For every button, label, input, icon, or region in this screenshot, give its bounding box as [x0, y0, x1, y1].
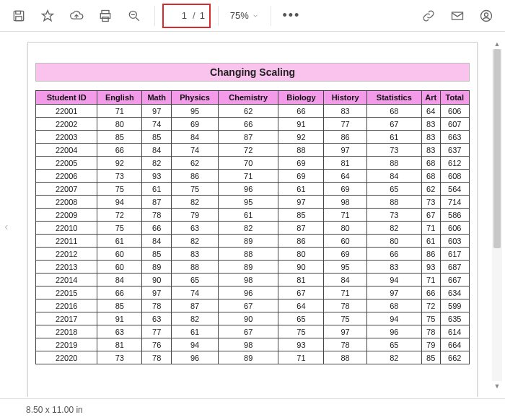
table-cell: 69 — [278, 157, 324, 170]
scroll-down-icon[interactable]: ▼ — [492, 381, 502, 391]
table-cell: 87 — [278, 222, 324, 235]
table-cell: 82 — [172, 312, 219, 325]
table-cell: 82 — [366, 222, 421, 235]
table-cell: 80 — [97, 118, 142, 131]
table-cell: 78 — [324, 338, 366, 351]
table-cell: 87 — [142, 196, 172, 209]
table-cell: 73 — [366, 144, 421, 157]
table-cell: 22011 — [36, 235, 97, 248]
table-cell: 75 — [97, 222, 142, 235]
svg-rect-1 — [16, 11, 21, 14]
scroll-thumb[interactable] — [493, 49, 501, 248]
star-icon[interactable] — [35, 3, 61, 29]
table-header: Math — [142, 91, 172, 105]
table-row: 220198176949893786579664 — [36, 338, 470, 351]
table-cell: 60 — [97, 261, 142, 274]
table-cell: 606 — [440, 105, 469, 118]
table-row: 220067393867169648468608 — [36, 170, 470, 183]
table-cell: 74 — [172, 144, 219, 157]
link-icon[interactable] — [416, 3, 442, 29]
profile-icon[interactable] — [473, 3, 499, 29]
page-total: 1 — [200, 10, 205, 21]
zoom-out-icon[interactable] — [121, 3, 147, 29]
svg-point-12 — [485, 12, 488, 16]
table-cell: 62 — [172, 157, 219, 170]
table-cell: 637 — [440, 144, 469, 157]
table-cell: 72 — [97, 209, 142, 222]
table-header: Total — [440, 91, 469, 105]
table-cell: 87 — [172, 299, 219, 312]
table-cell: 84 — [172, 131, 219, 144]
page-current-input[interactable] — [168, 9, 188, 22]
table-cell: 95 — [324, 261, 366, 274]
table-cell: 77 — [324, 118, 366, 131]
table-cell: 81 — [324, 157, 366, 170]
table-cell: 22015 — [36, 286, 97, 299]
table-cell: 61 — [421, 235, 440, 248]
table-row: 220017197956266836864606 — [36, 105, 470, 118]
print-icon[interactable] — [92, 3, 118, 29]
table-header: Biology — [278, 91, 324, 105]
table-cell: 98 — [324, 196, 366, 209]
separator — [218, 6, 219, 26]
table-cell: 606 — [440, 222, 469, 235]
svg-marker-3 — [43, 10, 53, 20]
table-cell: 714 — [440, 196, 469, 209]
table-cell: 61 — [97, 235, 142, 248]
table-header: Art — [421, 91, 440, 105]
table-cell: 79 — [172, 209, 219, 222]
table-cell: 98 — [218, 274, 278, 286]
table-cell: 82 — [218, 222, 278, 235]
table-cell: 663 — [440, 131, 469, 144]
table-cell: 97 — [142, 286, 172, 299]
more-icon[interactable]: ••• — [278, 3, 304, 29]
zoom-select[interactable]: 75% — [226, 10, 263, 21]
table-cell: 90 — [278, 261, 324, 274]
table-cell: 84 — [366, 170, 421, 183]
table-cell: 65 — [366, 183, 421, 196]
table-row: 220028074696691776783607 — [36, 118, 470, 131]
table-cell: 88 — [366, 196, 421, 209]
table-cell: 88 — [172, 261, 219, 274]
table-cell: 86 — [324, 131, 366, 144]
mail-icon[interactable] — [444, 3, 470, 29]
table-cell: 75 — [324, 312, 366, 325]
scroll-up-icon[interactable]: ▲ — [492, 39, 502, 49]
vertical-scrollbar[interactable]: ▲ ▼ — [492, 39, 502, 391]
table-cell: 89 — [218, 235, 278, 248]
table-cell: 65 — [172, 274, 219, 286]
table-row: 220148490659881849471667 — [36, 274, 470, 286]
table-cell: 599 — [440, 299, 469, 312]
table-row: 220107566638287808271606 — [36, 222, 470, 235]
table-cell: 66 — [142, 222, 172, 235]
table-header: Statistics — [366, 91, 421, 105]
table-row: 220038585848792866183663 — [36, 131, 470, 144]
table-cell: 72 — [218, 144, 278, 157]
table-cell: 86 — [421, 248, 440, 261]
table-cell: 69 — [172, 118, 219, 131]
table-cell: 74 — [172, 286, 219, 299]
table-cell: 612 — [440, 157, 469, 170]
scroll-track[interactable] — [492, 49, 502, 381]
save-icon[interactable] — [6, 3, 32, 29]
table-cell: 603 — [440, 235, 469, 248]
table-cell: 91 — [278, 118, 324, 131]
prev-page-button[interactable] — [1, 216, 12, 238]
table-cell: 83 — [421, 118, 440, 131]
table-cell: 76 — [142, 338, 172, 351]
table-row: 220097278796185717367586 — [36, 209, 470, 222]
table-cell: 90 — [218, 312, 278, 325]
table-row: 220126085838880696686617 — [36, 248, 470, 261]
table-cell: 94 — [172, 338, 219, 351]
document-page: Changing Scaling Student IDEnglishMathPh… — [27, 42, 478, 397]
table-cell: 63 — [172, 222, 219, 235]
table-cell: 88 — [218, 248, 278, 261]
table-cell: 22009 — [36, 209, 97, 222]
table-cell: 607 — [440, 118, 469, 131]
table-cell: 84 — [324, 274, 366, 286]
document-viewport: Changing Scaling Student IDEnglishMathPh… — [14, 32, 491, 397]
page-sep: / — [193, 10, 196, 21]
table-cell: 97 — [324, 325, 366, 338]
cloud-upload-icon[interactable] — [63, 3, 89, 29]
table-cell: 83 — [421, 144, 440, 157]
